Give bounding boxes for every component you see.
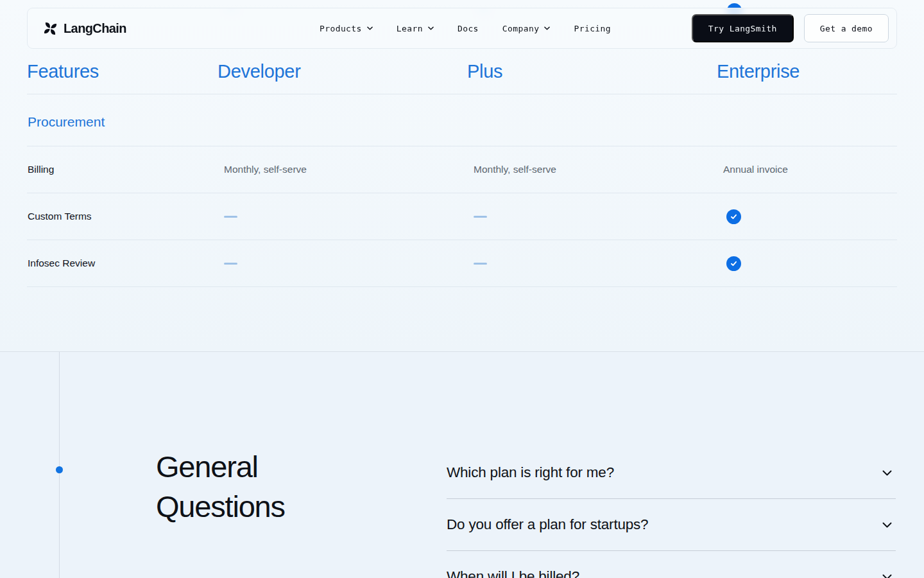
faq-question: Which plan is right for me? [447, 464, 614, 481]
table-row-custom-terms: Custom Terms [27, 193, 897, 240]
nav-brand-zone: LangChain [42, 20, 320, 37]
feature-label: Billing [27, 164, 218, 175]
not-included-dash-icon [474, 216, 487, 218]
nav-item-label: Docs [458, 24, 479, 33]
nav-item-company[interactable]: Company [502, 24, 551, 33]
plan-value-text: Monthly, self-serve [224, 164, 307, 175]
faq-question: When will I be billed? [447, 568, 579, 578]
nav-item-label: Pricing [574, 24, 611, 33]
plan-value-cell [717, 256, 897, 271]
nav-item-products[interactable]: Products [320, 24, 373, 33]
plan-value-cell [467, 216, 717, 218]
plan-value-cell [218, 263, 467, 265]
not-included-dash-icon [474, 263, 487, 265]
faq-list: Which plan is right for me?Do you offer … [447, 447, 896, 578]
included-check-icon [726, 256, 741, 271]
get-a-demo-button[interactable]: Get a demo [804, 14, 889, 42]
faq-item-do-you-offer-a-plan-for-startups[interactable]: Do you offer a plan for startups? [447, 499, 896, 551]
not-included-dash-icon [224, 263, 237, 265]
brand-link[interactable]: LangChain [42, 20, 126, 37]
nav-links: ProductsLearnDocsCompanyPricing [320, 24, 611, 33]
table-row-billing: BillingMonthly, self-serveMonthly, self-… [27, 146, 897, 193]
nav-item-learn[interactable]: Learn [397, 24, 434, 33]
nav-item-pricing[interactable]: Pricing [574, 24, 611, 33]
plan-value-cell [218, 216, 467, 218]
chevron-down-icon [544, 26, 550, 30]
feature-label: Infosec Review [27, 258, 218, 269]
column-header-enterprise: Enterprise [717, 61, 897, 82]
column-header-plus: Plus [467, 61, 717, 82]
faq-title-line1: General [156, 450, 258, 484]
plan-comparison-section: LangChain ProductsLearnDocsCompanyPricin… [0, 0, 924, 351]
pricing-table: FeaturesDeveloperPlusEnterprise Procurem… [27, 57, 897, 287]
chevron-down-icon [367, 26, 373, 30]
table-row-infosec-review: Infosec Review [27, 240, 897, 287]
pricing-table-header: FeaturesDeveloperPlusEnterprise [27, 57, 897, 94]
nav-item-label: Company [502, 24, 540, 33]
plan-value-cell [467, 263, 717, 265]
column-header-features: Features [27, 61, 218, 82]
not-included-dash-icon [224, 216, 237, 218]
try-langsmith-button[interactable]: Try LangSmith [692, 14, 794, 42]
faq-title-line2: Questions [156, 489, 285, 523]
included-check-icon [726, 209, 741, 224]
column-header-developer: Developer [218, 61, 467, 82]
plan-value-cell: Monthly, self-serve [467, 164, 717, 175]
plan-value-cell: Annual invoice [717, 164, 897, 175]
faq-section: GeneralQuestions Which plan is right for… [0, 351, 924, 578]
plan-value-text: Monthly, self-serve [474, 164, 556, 175]
faq-question: Do you offer a plan for startups? [447, 516, 648, 533]
chevron-down-icon [882, 470, 892, 476]
brand-name: LangChain [64, 21, 126, 36]
nav-item-docs[interactable]: Docs [458, 24, 479, 33]
plan-value-cell: Monthly, self-serve [218, 164, 467, 175]
chevron-down-icon [428, 26, 434, 30]
faq-item-when-will-i-be-billed[interactable]: When will I be billed? [447, 551, 896, 578]
plan-value-cell [717, 209, 897, 224]
top-nav: LangChain ProductsLearnDocsCompanyPricin… [27, 8, 897, 49]
table-section-procurement: Procurement [27, 94, 897, 146]
nav-item-label: Learn [397, 24, 423, 33]
feature-label: Custom Terms [27, 211, 218, 222]
nav-actions-zone: Try LangSmith Get a demo [611, 14, 889, 42]
decorative-vertical-line [59, 352, 60, 578]
faq-title: GeneralQuestions [156, 447, 285, 527]
langchain-logo-icon [42, 20, 59, 37]
faq-item-which-plan-is-right-for-me[interactable]: Which plan is right for me? [447, 447, 896, 499]
decorative-blue-dot [56, 466, 63, 473]
chevron-down-icon [882, 522, 892, 528]
chevron-down-icon [882, 574, 892, 578]
pricing-table-rows: BillingMonthly, self-serveMonthly, self-… [27, 146, 897, 287]
nav-item-label: Products [320, 24, 362, 33]
plan-value-text: Annual invoice [723, 164, 788, 175]
